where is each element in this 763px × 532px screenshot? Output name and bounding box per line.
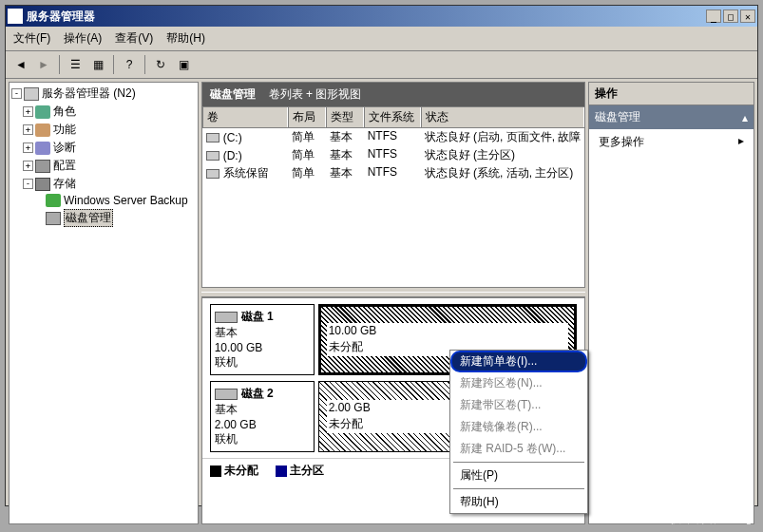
disk-meta[interactable]: 磁盘 1基本10.00 GB联机 [210,304,315,375]
tree-root[interactable]: - 服务器管理器 (N2) [11,85,196,103]
chevron-right-icon: ▸ [738,134,744,150]
context-menu-item: 新建 RAID-5 卷(W)... [450,438,587,460]
config-icon [35,160,50,173]
tree-roles[interactable]: +角色 [11,103,196,121]
actions-section[interactable]: 磁盘管理 ▴ [589,105,753,129]
context-menu-item: 新建带区卷(T)... [450,394,587,416]
backup-icon [46,194,61,207]
menu-action[interactable]: 操作(A) [64,30,102,47]
tree-diskmgmt[interactable]: 磁盘管理 [11,208,196,228]
disk-icon [46,212,61,225]
context-menu-item[interactable]: 新建简单卷(I)... [450,351,587,372]
volume-row[interactable]: (C:)简单基本NTFS状态良好 (启动, 页面文件, 故障 [202,128,585,146]
col-fs[interactable]: 文件系统 [364,107,421,127]
disk-hw-icon [215,312,238,323]
col-status[interactable]: 状态 [421,107,585,127]
window-title: 服务器管理器 [27,9,706,25]
col-layout[interactable]: 布局 [288,107,326,127]
minimize-button[interactable]: _ [706,10,721,23]
context-menu: 新建简单卷(I)...新建跨区卷(N)...新建带区卷(T)...新建镜像卷(R… [449,350,588,514]
watermark: 51CTO.com 技术博客 Blog [638,487,753,526]
action-button[interactable]: ▣ [173,54,194,75]
drive-icon [206,133,219,142]
center-subtitle-label: 卷列表 + 图形视图 [269,86,362,103]
nav-tree[interactable]: - 服务器管理器 (N2) +角色 +功能 +诊断 +配置 -存储 Window… [9,82,199,524]
center-title-label: 磁盘管理 [210,86,256,103]
col-volume[interactable]: 卷 [202,107,288,127]
drive-icon [206,151,219,161]
drive-icon [206,169,219,179]
body-area: - 服务器管理器 (N2) +角色 +功能 +诊断 +配置 -存储 Window… [6,79,757,527]
actions-title: 操作 [589,83,753,105]
roles-icon [35,105,50,119]
server-icon [24,87,39,101]
actions-more[interactable]: 更多操作 ▸ [589,129,753,155]
expand-icon[interactable]: - [11,88,22,99]
center-header: 磁盘管理 卷列表 + 图形视图 [201,82,586,107]
maximize-button[interactable]: □ [723,10,738,23]
close-button[interactable]: ✕ [740,10,755,23]
titlebar[interactable]: 🖳 服务器管理器 _ □ ✕ [6,6,757,27]
expand-icon[interactable]: + [23,124,33,135]
features-icon [35,124,50,137]
context-menu-item: 新建镜像卷(R)... [450,416,587,438]
disk-hw-icon [215,389,238,400]
legend-swatch-primary [276,466,287,477]
toolbar: ◄ ► ☰ ▦ ? ↻ ▣ [6,51,757,79]
refresh-button[interactable]: ↻ [150,54,171,75]
properties-button[interactable]: ▦ [87,54,108,75]
app-window: 🖳 服务器管理器 _ □ ✕ 文件(F) 操作(A) 查看(V) 帮助(H) ◄… [5,5,758,506]
back-button[interactable]: ◄ [10,54,31,75]
tree-features[interactable]: +功能 [11,121,196,139]
col-type[interactable]: 类型 [326,107,364,127]
disk-meta[interactable]: 磁盘 2基本2.00 GB联机 [210,381,315,452]
tree-storage[interactable]: -存储 [11,175,196,193]
window-buttons: _ □ ✕ [706,10,755,23]
diagnostics-icon [35,142,50,155]
vol-header-row: 卷 布局 类型 文件系统 状态 [202,107,585,128]
expand-icon[interactable]: + [23,142,33,153]
menu-view[interactable]: 查看(V) [115,30,153,47]
legend-swatch-unalloc [210,466,221,477]
menu-file[interactable]: 文件(F) [13,30,50,47]
context-menu-item[interactable]: 帮助(H) [450,491,587,513]
actions-pane: 操作 磁盘管理 ▴ 更多操作 ▸ [588,82,754,524]
menu-separator [453,488,584,489]
context-menu-item: 新建跨区卷(N)... [450,372,587,394]
forward-button[interactable]: ► [33,54,54,75]
tree-configuration[interactable]: +配置 [11,157,196,175]
help-button[interactable]: ? [119,54,140,75]
volume-row[interactable]: 系统保留简单基本NTFS状态良好 (系统, 活动, 主分区) [202,164,585,182]
volume-row[interactable]: (D:)简单基本NTFS状态良好 (主分区) [202,146,585,164]
menu-separator [453,462,584,463]
menubar: 文件(F) 操作(A) 查看(V) 帮助(H) [6,27,757,51]
collapse-icon[interactable]: - [23,179,33,189]
expand-icon[interactable]: + [23,161,33,171]
expand-icon[interactable]: + [23,106,33,117]
storage-icon [35,178,50,191]
menu-help[interactable]: 帮助(H) [166,30,205,47]
tree-diagnostics[interactable]: +诊断 [11,139,196,157]
console-tree-button[interactable]: ☰ [65,54,86,75]
chevron-up-icon: ▴ [742,111,748,124]
volume-list[interactable]: 卷 布局 类型 文件系统 状态 (C:)简单基本NTFS状态良好 (启动, 页面… [201,107,586,288]
app-icon: 🖳 [8,9,23,24]
tree-wsb[interactable]: Windows Server Backup [11,193,196,208]
context-menu-item[interactable]: 属性(P) [450,465,587,486]
